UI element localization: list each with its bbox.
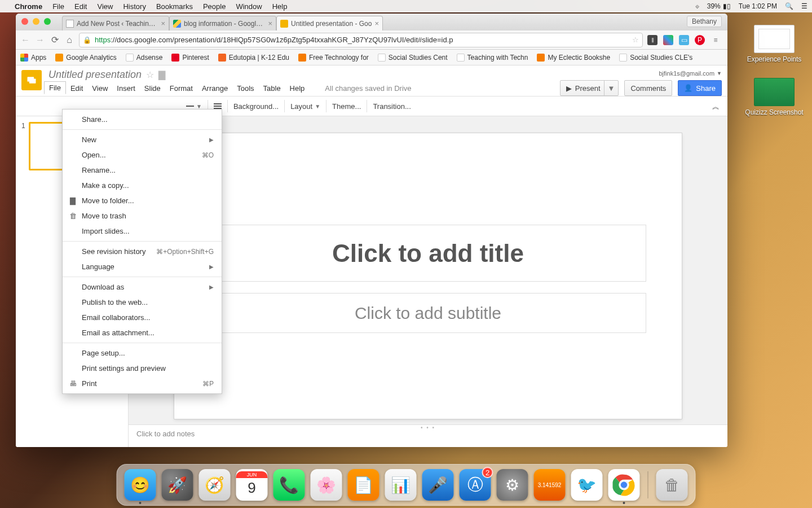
dock-calculator[interactable]: 3.141592	[534, 469, 566, 501]
bookmark-item[interactable]: Google Analytics	[55, 54, 116, 62]
comments-button[interactable]: Comments	[624, 80, 672, 96]
reload-button[interactable]: ⟳	[50, 35, 60, 45]
extension-icon[interactable]: ⦀	[647, 35, 657, 45]
menu-format[interactable]: Format	[170, 84, 193, 93]
resize-handle-icon[interactable]: • • •	[421, 424, 435, 431]
browser-tab-active[interactable]: Untitled presentation - Goo ×	[276, 16, 383, 30]
dock-chrome[interactable]	[608, 469, 640, 501]
menu-item-email-collaborators[interactable]: Email collaborators...	[63, 310, 222, 325]
menu-item-move-to-trash[interactable]: 🗑Move to trash	[63, 208, 222, 224]
mac-menu-file[interactable]: File	[52, 2, 64, 11]
menu-table[interactable]: Table	[263, 84, 281, 93]
menu-item-import-slides[interactable]: Import slides...	[63, 224, 222, 239]
extension-icon[interactable]: ▭	[679, 35, 689, 45]
menu-item-revision-history[interactable]: See revision history⌘+Option+Shift+G	[63, 244, 222, 259]
title-placeholder[interactable]: Click to add title	[210, 225, 646, 282]
theme-button[interactable]: Theme...	[326, 97, 367, 116]
tab-close-icon[interactable]: ×	[268, 19, 272, 28]
forward-button[interactable]: →	[35, 35, 45, 45]
menu-item-email-attachment[interactable]: Email as attachment...	[63, 325, 222, 340]
slides-logo-icon[interactable]	[21, 70, 42, 90]
present-button[interactable]: ▶Present▼	[560, 80, 619, 96]
mac-app-name[interactable]: Chrome	[15, 2, 42, 11]
menu-item-rename[interactable]: Rename...	[63, 163, 222, 178]
browser-tab[interactable]: blog information - Google D ×	[169, 16, 276, 30]
menu-file[interactable]: File	[44, 81, 66, 94]
browser-tab[interactable]: Add New Post ‹ Teaching w ×	[62, 16, 169, 30]
speaker-notes[interactable]: • • • Click to add notes	[129, 424, 727, 447]
slide-canvas[interactable]: Click to add title Click to add subtitle	[174, 133, 682, 419]
extension-icon[interactable]	[663, 35, 673, 45]
menu-item-move-to-folder[interactable]: ▇Move to folder...	[63, 193, 222, 208]
chrome-menu-icon[interactable]: ≡	[710, 35, 721, 45]
transition-button[interactable]: Transition...	[367, 97, 416, 116]
mac-menu-history[interactable]: History	[123, 2, 145, 11]
bookmark-apps[interactable]: Apps	[20, 54, 46, 62]
spotlight-icon[interactable]: 🔍	[785, 2, 793, 10]
collapse-toolbar-icon[interactable]: ︽	[712, 102, 720, 112]
notification-center-icon[interactable]: ☰	[801, 2, 807, 10]
dock-numbers[interactable]: 📊	[385, 469, 417, 501]
folder-icon[interactable]: ▇	[158, 69, 165, 80]
back-button[interactable]: ←	[20, 35, 30, 45]
dock-launchpad[interactable]: 🚀	[162, 469, 193, 501]
menu-arrange[interactable]: Arrange	[202, 84, 228, 93]
bookmark-item[interactable]: Teaching with Techn	[457, 54, 528, 62]
user-email[interactable]: bjfink1s@gmail.com▼	[659, 70, 722, 77]
mac-menu-view[interactable]: View	[97, 2, 113, 11]
bookmark-item[interactable]: Free Technology for	[298, 54, 369, 62]
menu-edit[interactable]: Edit	[70, 84, 83, 93]
mac-menu-edit[interactable]: Edit	[74, 2, 87, 11]
chevron-down-icon[interactable]: ▼	[604, 81, 619, 95]
bookmark-item[interactable]: Adsense	[126, 54, 163, 62]
menu-item-language[interactable]: Language▶	[63, 259, 222, 274]
menu-help[interactable]: Help	[290, 84, 305, 93]
mac-menu-help[interactable]: Help	[272, 2, 288, 11]
dock-twitter[interactable]: 🐦	[571, 469, 603, 501]
dock-safari[interactable]: 🧭	[199, 469, 231, 501]
menu-view[interactable]: View	[92, 84, 108, 93]
menu-item-open[interactable]: Open...⌘O	[63, 147, 222, 163]
menu-item-publish-web[interactable]: Publish to the web...	[63, 295, 222, 310]
pinterest-extension-icon[interactable]: P	[695, 35, 705, 45]
tab-close-icon[interactable]: ×	[374, 19, 379, 28]
menu-insert[interactable]: Insert	[117, 84, 135, 93]
chrome-profile-button[interactable]: Bethany	[687, 16, 722, 27]
mac-menu-window[interactable]: Window	[236, 2, 262, 11]
dock-trash[interactable]: 🗑	[656, 469, 688, 501]
background-button[interactable]: Background...	[228, 97, 284, 116]
dock-keynote[interactable]: 🎤	[422, 469, 454, 501]
menu-item-share[interactable]: Share...	[63, 112, 222, 127]
desktop-icon-quizizz[interactable]: Quizizz Screenshot	[745, 78, 803, 116]
menu-item-make-copy[interactable]: Make a copy...	[63, 178, 222, 193]
dock-calendar[interactable]: JUN9	[236, 469, 268, 501]
menu-item-page-setup[interactable]: Page setup...	[63, 345, 222, 361]
bookmark-item[interactable]: Pinterest	[171, 54, 209, 62]
dock-photos[interactable]: 🌸	[311, 469, 342, 501]
mac-menu-people[interactable]: People	[203, 2, 226, 11]
layout-button[interactable]: Layout▼	[285, 97, 326, 116]
subtitle-placeholder[interactable]: Click to add subtitle	[210, 293, 646, 333]
address-bar[interactable]: 🔒 https://docs.google.com/presentation/d…	[79, 33, 643, 47]
bookmark-item[interactable]: Social Studies Cent	[378, 54, 448, 62]
desktop-icon-experience-points[interactable]: Experience Points	[747, 25, 802, 63]
menubar-clock[interactable]: Tue 1:02 PM	[739, 2, 777, 10]
window-close-button[interactable]	[21, 18, 28, 25]
menu-item-new[interactable]: New▶	[63, 132, 222, 147]
menu-slide[interactable]: Slide	[144, 84, 161, 93]
menu-tools[interactable]: Tools	[237, 84, 254, 93]
dock-pages[interactable]: 📄	[348, 469, 379, 501]
menu-item-download-as[interactable]: Download as▶	[63, 279, 222, 295]
bookmark-star-icon[interactable]: ☆	[632, 36, 639, 44]
bookmark-item[interactable]: Edutopia | K-12 Edu	[218, 54, 289, 62]
window-minimize-button[interactable]	[33, 18, 39, 25]
bookmark-item[interactable]: My Eclectic Bookshe	[537, 54, 610, 62]
menu-item-print-settings[interactable]: Print settings and preview	[63, 361, 222, 376]
battery-status[interactable]: 39%▮▯	[707, 2, 731, 10]
dropbox-icon[interactable]: ⟐	[695, 2, 699, 10]
menu-item-print[interactable]: 🖶Print⌘P	[63, 376, 222, 391]
mac-menu-bookmarks[interactable]: Bookmarks	[156, 2, 193, 11]
dock-system-preferences[interactable]: ⚙	[497, 469, 528, 501]
dock-facetime[interactable]: 📞	[273, 469, 305, 501]
bookmark-item[interactable]: Social Studies CLE's	[619, 54, 692, 62]
